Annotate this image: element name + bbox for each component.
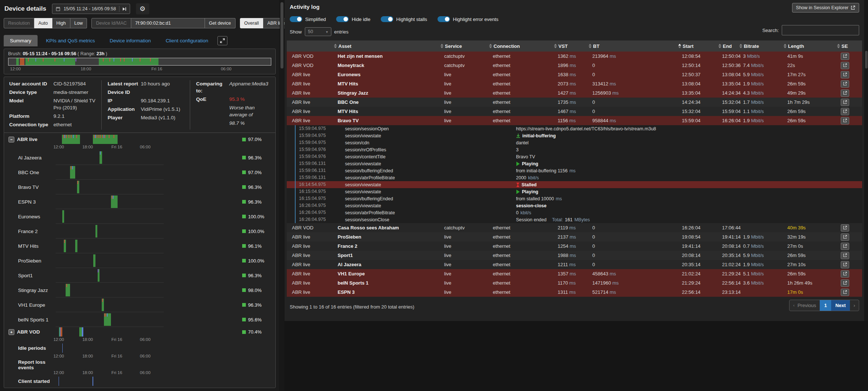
date-range-picker[interactable]: 15/05 11:24 - 16/05 09:58 [52, 4, 130, 14]
open-session-explorer-button[interactable] [841, 252, 849, 259]
session-event-row[interactable]: 15:59:04.975session/viewstateinitial-buf… [287, 132, 862, 139]
table-row[interactable]: ABR liveMTV Hitsliveethernet1467 ms015:3… [287, 107, 862, 116]
toggle-simplified[interactable]: Simplified [290, 16, 326, 22]
show-in-session-explorer-button[interactable]: Show in Session Explorer [792, 3, 859, 13]
session-event-row[interactable]: 16:26:04.975session/viewstatesession-clo… [287, 202, 862, 209]
table-row[interactable]: ABR liveBBC Oneliveethernet1735 ms014:24… [287, 98, 862, 107]
get-device-button[interactable]: Get device [205, 18, 236, 28]
next-page-button[interactable]: Next [831, 300, 850, 311]
session-event-row[interactable]: 16:14:54.975session/viewstateStalled [287, 181, 862, 188]
column-header-start[interactable]: Start [677, 43, 717, 49]
brush-timeline[interactable] [8, 58, 271, 66]
session-event-row[interactable]: 15:59:06.131session/bufferingEndedfrom i… [287, 167, 862, 174]
open-session-explorer-button[interactable] [841, 233, 849, 241]
tab-kpis-qos[interactable]: KPIs and QoS metrics [40, 35, 101, 46]
skip-to-latest-icon[interactable] [122, 7, 126, 11]
sort-arrows-icon[interactable] [554, 44, 557, 48]
session-event-row[interactable]: 15:59:04.975session/cdndantel [287, 139, 862, 146]
session-event-row[interactable]: 16:26:04.975session/sessionCloseSession … [287, 216, 862, 223]
left-panel-scrollbar[interactable] [280, 0, 284, 391]
sort-arrows-icon[interactable] [784, 44, 787, 48]
column-header-end[interactable]: End [717, 43, 738, 49]
table-row[interactable]: ABR liveAl Jazeeraliveethernet1211 ms020… [287, 260, 862, 269]
session-event-row[interactable]: 16:15:04.975session/viewstatePlaying [287, 188, 862, 195]
column-header-se[interactable]: SE [836, 43, 862, 49]
open-session-explorer-button[interactable] [841, 99, 849, 106]
column-header-connection[interactable]: Connection [488, 43, 552, 49]
sort-arrows-icon[interactable] [334, 44, 337, 48]
open-session-explorer-button[interactable] [841, 270, 849, 278]
scrollbar-thumb[interactable] [280, 2, 283, 68]
resolution-auto-button[interactable]: Auto [34, 18, 52, 28]
table-row[interactable]: ABR liveSport1liveethernet1988 ms020:08:… [287, 251, 862, 260]
table-row[interactable]: ABR liveEuronewsliveethernet1638 ms012:5… [287, 70, 862, 79]
chart-row-plot [56, 268, 164, 283]
column-header-bitrate[interactable]: Bitrate [738, 43, 782, 49]
connection-value: ethernet [493, 262, 510, 267]
open-session-explorer-button[interactable] [841, 80, 849, 88]
toggle-highlight-stalls[interactable]: Highlight stalls [381, 16, 427, 22]
session-event-row[interactable]: 15:59:06.131session/abrProfileBitrate200… [287, 174, 862, 181]
session-event-row[interactable]: 15:59:04.975session/sessionOpenhttps://s… [287, 125, 862, 132]
open-session-explorer-button[interactable] [841, 71, 849, 78]
activity-log-scrollbar[interactable] [865, 0, 868, 321]
table-row[interactable]: ABR liveFrance 2liveethernet1254 ms019:4… [287, 242, 862, 251]
open-session-explorer-button[interactable] [841, 224, 849, 232]
expand-plus-icon[interactable]: + [8, 329, 14, 335]
session-event-row[interactable]: 15:59:06.131session/viewstatePlaying [287, 160, 862, 167]
scrollbar-thumb[interactable] [865, 51, 868, 68]
tab-device-information[interactable]: Device information [104, 35, 157, 46]
toggle-hide-idle[interactable]: Hide idle [336, 16, 370, 22]
tab-summary[interactable]: Summary [4, 35, 38, 46]
session-event-row[interactable]: 16:15:04.975session/bufferingEndedfrom s… [287, 195, 862, 202]
table-row[interactable]: ABR liveBravo TVliveethernet1156 ms95884… [287, 116, 862, 125]
resolution-high-button[interactable]: High [52, 18, 70, 28]
sort-arrows-icon[interactable] [837, 44, 840, 48]
table-row[interactable]: ABR livebeIN Sports 1liveethernet1170 ms… [287, 278, 862, 288]
previous-page-button[interactable]: ‹ Previous [789, 300, 820, 311]
settings-button[interactable]: ⚙ [136, 3, 149, 14]
table-row[interactable]: ABR liveMTV Hitsliveethernet2073 ms31341… [287, 79, 862, 88]
service-value: live [444, 253, 452, 258]
column-header-bt[interactable]: BT [587, 43, 677, 49]
table-row[interactable]: ABR liveVH1 Europeliveethernet1357 ms458… [287, 269, 862, 278]
sort-arrows-icon[interactable] [589, 44, 592, 48]
table-row[interactable]: ABR VODCasa Rosso sees Abrahamcatchuptve… [287, 223, 862, 232]
table-row[interactable]: ABR liveStingray Jazzliveethernet1427 ms… [287, 88, 862, 98]
sort-arrows-icon[interactable] [489, 44, 492, 48]
sort-arrows-icon[interactable] [440, 44, 443, 48]
page-size-select[interactable]: 50 ▾ [305, 27, 331, 36]
scope-overall-button[interactable]: Overall [240, 18, 264, 28]
open-session-explorer-button[interactable] [841, 117, 849, 124]
open-session-explorer-button[interactable] [841, 289, 849, 296]
open-session-explorer-button[interactable] [841, 279, 849, 287]
session-event-row[interactable]: 16:26:04.975session/abrProfileBitrate0kb… [287, 209, 862, 216]
sort-arrows-icon[interactable] [678, 44, 681, 48]
sort-arrows-icon[interactable] [739, 44, 742, 48]
table-row[interactable]: ABR liveESPN 3liveethernet1311 ms521714 … [287, 288, 862, 297]
open-session-explorer-button[interactable] [841, 243, 849, 250]
open-session-explorer-button[interactable] [841, 261, 849, 268]
search-input[interactable] [782, 25, 859, 35]
column-header-service[interactable]: Service [439, 43, 488, 49]
sort-arrows-icon[interactable] [718, 44, 721, 48]
open-session-explorer-button[interactable] [841, 62, 849, 69]
table-row[interactable]: ABR liveProSiebenliveethernet2137 ms019:… [287, 232, 862, 242]
table-row[interactable]: ABR VODMoneytrackcatchuptvethernet1896 m… [287, 61, 862, 70]
expand-panel-button[interactable] [217, 36, 227, 45]
device-id-input[interactable]: 7f:90:00:02:bc:d1 [131, 18, 205, 28]
table-row[interactable]: ABR VODHet zijn net mensencatchuptvether… [287, 52, 862, 61]
collapse-minus-icon[interactable]: − [8, 137, 14, 142]
open-session-explorer-button[interactable] [841, 89, 849, 97]
session-event-row[interactable]: 15:59:04.976session/nrOfProfiles3 [287, 146, 862, 153]
tab-client-configuration[interactable]: Client configuration [159, 35, 215, 46]
column-header-asset[interactable]: Asset [332, 43, 439, 49]
column-header-vst[interactable]: VST [552, 43, 587, 49]
column-header-length[interactable]: Length [782, 43, 836, 49]
page-1-button[interactable]: 1 [820, 300, 831, 311]
toggle-highlight-error-events[interactable]: Highlight error events [438, 16, 499, 22]
session-event-row[interactable]: 15:59:04.976session/contentTitleBravo TV [287, 153, 862, 160]
open-session-explorer-button[interactable] [841, 53, 849, 60]
open-session-explorer-button[interactable] [841, 108, 849, 115]
resolution-low-button[interactable]: Low [70, 18, 87, 28]
